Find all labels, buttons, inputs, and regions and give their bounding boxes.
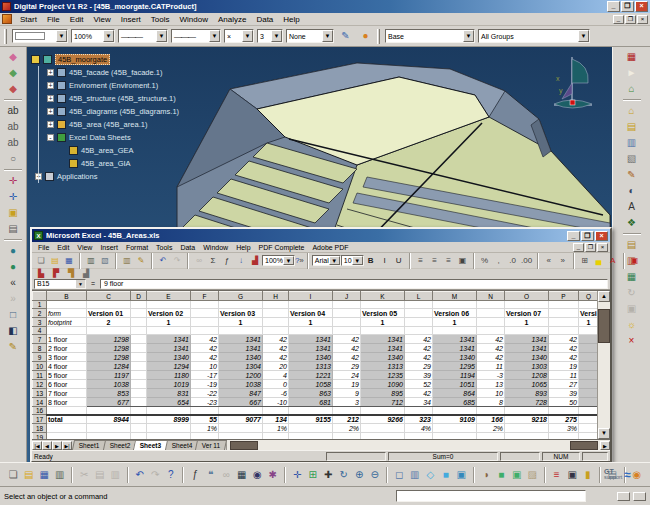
horizontal-scrollbar[interactable]: ▶ bbox=[226, 440, 610, 451]
cell-L17[interactable]: 323 bbox=[405, 415, 433, 424]
cell-D18[interactable] bbox=[131, 424, 147, 433]
cell-I18[interactable] bbox=[289, 424, 333, 433]
minimize-button[interactable]: _ bbox=[607, 1, 620, 12]
chevron-down-icon[interactable]: ▼ bbox=[578, 30, 589, 42]
cell-O18[interactable] bbox=[505, 424, 549, 433]
cell-P2[interactable] bbox=[549, 309, 579, 318]
cell-E18[interactable] bbox=[147, 424, 191, 433]
cell-P9[interactable]: 42 bbox=[549, 353, 579, 362]
cell-Q3[interactable]: 1 bbox=[579, 318, 599, 327]
cell-I1[interactable] bbox=[289, 301, 333, 309]
compare-icon[interactable]: ◐ bbox=[623, 183, 640, 199]
cell-M12[interactable]: 1051 bbox=[433, 380, 477, 389]
doc-minimize-button[interactable]: _ bbox=[613, 15, 624, 24]
cell-N14[interactable]: 8 bbox=[477, 398, 505, 407]
cell-Q9[interactable] bbox=[579, 353, 599, 362]
cell-F9[interactable]: 42 bbox=[191, 353, 219, 362]
layers-icon[interactable]: ▤ bbox=[5, 221, 22, 237]
duplicate-model-icon[interactable]: ▥ bbox=[623, 135, 640, 151]
cell-L19[interactable] bbox=[405, 433, 433, 440]
structure-tree-icon[interactable]: ❖ bbox=[623, 215, 640, 231]
cell-L8[interactable]: 42 bbox=[405, 344, 433, 353]
cell-F11[interactable]: -17 bbox=[191, 371, 219, 380]
cell-E4[interactable] bbox=[147, 327, 191, 335]
cell-F1[interactable] bbox=[191, 301, 219, 309]
cell-C8[interactable]: 1298 bbox=[87, 344, 131, 353]
fill-color-icon[interactable]: ▄ bbox=[592, 254, 606, 267]
cell-G11[interactable]: 1200 bbox=[219, 371, 263, 380]
comma-icon[interactable]: , bbox=[492, 254, 506, 267]
cell-J19[interactable] bbox=[333, 433, 361, 440]
expand-icon[interactable]: + bbox=[47, 95, 54, 102]
tree-item-45b_area[interactable]: +45B_area (45B_area.1) bbox=[47, 118, 179, 131]
shaded-view-icon[interactable]: ■ bbox=[439, 467, 454, 483]
cell-C16[interactable] bbox=[87, 407, 131, 415]
cell-G9[interactable]: 1340 bbox=[219, 353, 263, 362]
cell-D12[interactable] bbox=[131, 380, 147, 389]
save-icon[interactable]: ▦ bbox=[37, 467, 52, 483]
status-button-1[interactable] bbox=[617, 492, 630, 501]
cell-K14[interactable]: 712 bbox=[361, 398, 405, 407]
doc-restore-button[interactable]: ❐ bbox=[625, 15, 636, 24]
cell-C14[interactable]: 677 bbox=[87, 398, 131, 407]
font-size-combo[interactable]: 10▼ bbox=[341, 255, 364, 266]
stamp-disabled-icon[interactable]: ▣ bbox=[623, 301, 640, 317]
merge-center-icon[interactable]: ▣ bbox=[456, 254, 470, 267]
sheet-tab-ver-11[interactable]: Ver 11 bbox=[195, 440, 227, 450]
cell-N7[interactable]: 42 bbox=[477, 335, 505, 344]
vertical-scrollbar[interactable]: ▲ ▼ bbox=[597, 291, 610, 439]
excel-menu-edit[interactable]: Edit bbox=[53, 244, 73, 251]
comment-icon[interactable]: ❝ bbox=[204, 467, 219, 483]
cell-C11[interactable]: 1197 bbox=[87, 371, 131, 380]
autosum-icon[interactable]: Σ bbox=[206, 254, 220, 267]
cell-E2[interactable]: Version 02 bbox=[147, 309, 191, 318]
scroll-right-icon[interactable]: ▶ bbox=[600, 441, 610, 450]
cell-J8[interactable]: 42 bbox=[333, 344, 361, 353]
clipping-icon[interactable]: ◑ bbox=[479, 467, 494, 483]
cell-K4[interactable] bbox=[361, 327, 405, 335]
format-painter-icon[interactable]: ✎ bbox=[134, 254, 148, 267]
cell-J14[interactable]: 3 bbox=[333, 398, 361, 407]
cell-K19[interactable] bbox=[361, 433, 405, 440]
pointer-3d-icon[interactable]: ✛ bbox=[290, 467, 305, 483]
weight-combo[interactable]: 3▼ bbox=[257, 29, 283, 43]
cell-E8[interactable]: 1341 bbox=[147, 344, 191, 353]
zoom-out-icon[interactable]: ⊖ bbox=[368, 467, 383, 483]
cell-C19[interactable] bbox=[87, 433, 131, 440]
column-header-C[interactable]: C bbox=[87, 292, 131, 301]
cell-N9[interactable]: 42 bbox=[477, 353, 505, 362]
cell-Q18[interactable] bbox=[579, 424, 599, 433]
cell-O17[interactable]: 9218 bbox=[505, 415, 549, 424]
cell-Q1[interactable] bbox=[579, 301, 599, 309]
cell-L10[interactable]: 29 bbox=[405, 362, 433, 371]
cell-J16[interactable] bbox=[333, 407, 361, 415]
cell-Q2[interactable]: Versi bbox=[579, 309, 599, 318]
layer-combo[interactable]: Base▼ bbox=[385, 29, 475, 43]
cell-M4[interactable] bbox=[433, 327, 477, 335]
column-header-M[interactable]: M bbox=[433, 292, 477, 301]
align-left-icon[interactable]: ≡ bbox=[414, 254, 428, 267]
menu-window[interactable]: Window bbox=[175, 14, 213, 25]
column-header-L[interactable]: L bbox=[405, 292, 433, 301]
column-header-N[interactable]: N bbox=[477, 292, 505, 301]
cell-D3[interactable] bbox=[131, 318, 147, 327]
cell-L18[interactable]: 4% bbox=[405, 424, 433, 433]
column-header-P[interactable]: P bbox=[549, 292, 579, 301]
cell-F19[interactable] bbox=[191, 433, 219, 440]
start-icon[interactable] bbox=[2, 14, 12, 24]
chevron-down-icon[interactable]: ▼ bbox=[283, 256, 294, 265]
edit-doc-icon[interactable]: ✎ bbox=[623, 167, 640, 183]
cell-G3[interactable]: 1 bbox=[219, 318, 263, 327]
cell-I9[interactable]: 1340 bbox=[289, 353, 333, 362]
column-header-I[interactable]: I bbox=[289, 292, 333, 301]
cell-C2[interactable]: Version 01 bbox=[87, 309, 131, 318]
skip-first-icon[interactable]: « bbox=[5, 275, 22, 291]
row-header-8[interactable]: 8 bbox=[33, 344, 47, 353]
cell-L13[interactable]: 42 bbox=[405, 389, 433, 398]
vertical-scroll-thumb[interactable] bbox=[598, 309, 610, 343]
cell-B8[interactable]: 2 floor bbox=[47, 344, 87, 353]
cell-C1[interactable] bbox=[87, 301, 131, 309]
fly-mode-icon[interactable]: ◆ bbox=[5, 49, 22, 65]
status-button-2[interactable] bbox=[633, 492, 646, 501]
cell-G17[interactable]: 9077 bbox=[219, 415, 263, 424]
